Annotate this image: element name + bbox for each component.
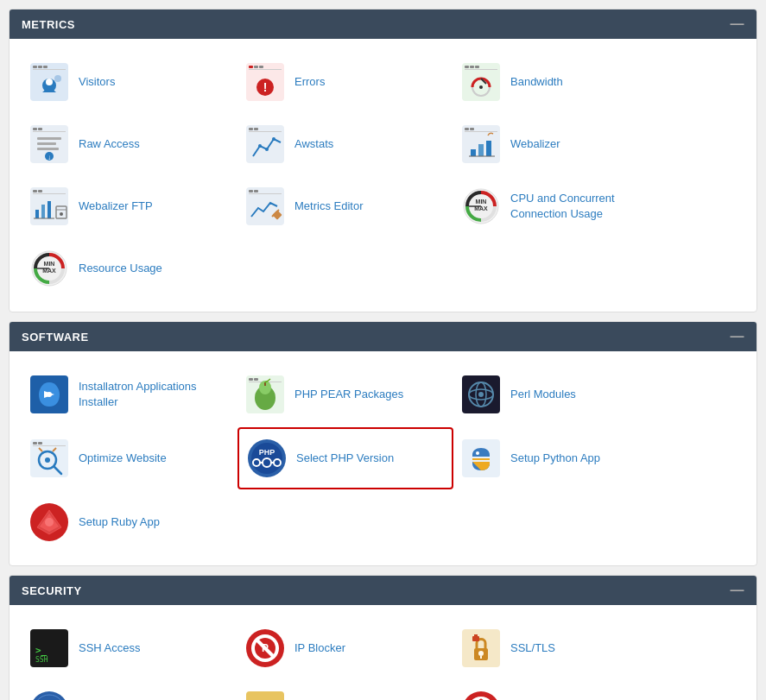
php-pear-label: PHP PEAR Packages	[294, 387, 403, 402]
svg-rect-25	[38, 128, 42, 130]
optimize-icon	[28, 438, 70, 479]
svg-text:P: P	[262, 642, 269, 654]
section-collapse-software[interactable]: —	[731, 329, 745, 344]
section-collapse-security[interactable]: —	[731, 583, 745, 598]
svg-point-37	[265, 148, 269, 151]
svg-point-38	[272, 137, 275, 141]
item-webalizer-ftp[interactable]: Webalizer FTP	[22, 177, 237, 236]
svg-rect-33	[249, 128, 253, 130]
item-errors[interactable]: ! Errors	[237, 53, 453, 111]
ssl-tls-icon	[460, 627, 502, 669]
svg-text:!: !	[263, 80, 268, 94]
metrics-editor-icon	[244, 186, 286, 227]
item-ip-blocker[interactable]: P IP Blocker	[237, 619, 453, 678]
svg-rect-42	[465, 131, 497, 132]
svg-rect-41	[470, 128, 474, 130]
svg-rect-126	[474, 634, 478, 637]
section-header-metrics: METRICS—	[9, 9, 757, 39]
item-webalizer[interactable]: Webalizer	[453, 115, 669, 173]
item-cpu[interactable]: MIN MAX CPU and Concurrent Connection Us…	[453, 177, 669, 236]
webalizer-icon	[460, 123, 502, 165]
svg-rect-130	[246, 691, 284, 700]
errors-icon: !	[244, 61, 286, 103]
svg-text:MIN: MIN	[44, 261, 55, 267]
svg-text:MIN: MIN	[476, 199, 487, 205]
section-title-security: SECURITY	[22, 584, 82, 597]
item-visitors[interactable]: Visitors	[22, 53, 237, 111]
perl-label: Perl Modules	[510, 387, 576, 402]
php-version-label: Select PHP Version	[296, 451, 394, 466]
awstats-label: Awstats	[294, 136, 333, 152]
item-bandwidth[interactable]: Bandwidth	[453, 53, 669, 111]
raw-access-icon: ↓	[28, 123, 70, 165]
item-php-pear[interactable]: PHP PEAR Packages	[237, 365, 453, 424]
hotlink-icon	[244, 690, 286, 700]
leech-icon	[460, 690, 502, 700]
section-header-software: SOFTWARE—	[9, 322, 757, 351]
item-ruby[interactable]: Setup Ruby App	[22, 493, 237, 552]
svg-rect-44	[478, 144, 484, 156]
ip-blocker-label: IP Blocker	[294, 640, 345, 656]
item-metrics-editor[interactable]: Metrics Editor	[237, 177, 453, 236]
svg-text:SSH: SSH	[35, 656, 48, 664]
svg-point-112	[45, 518, 54, 527]
section-title-metrics: METRICS	[22, 18, 75, 31]
item-api-tokens[interactable]: API Manage API Tokens	[22, 681, 237, 700]
svg-point-57	[60, 212, 63, 216]
svg-rect-48	[33, 190, 37, 192]
item-hotlink[interactable]: Hotlink Protection	[237, 681, 453, 700]
svg-rect-43	[471, 149, 476, 156]
awstats-icon	[244, 123, 286, 165]
svg-point-6	[46, 79, 53, 85]
webalizer-ftp-label: Webalizer FTP	[79, 199, 153, 214]
item-resource-usage[interactable]: MIN MAX Resource Usage	[22, 239, 237, 298]
item-perl[interactable]: Perl Modules	[453, 365, 669, 424]
svg-rect-26	[33, 131, 66, 132]
section-collapse-metrics[interactable]: —	[731, 16, 745, 32]
item-ssh[interactable]: >_ SSH SSH Access	[22, 619, 237, 678]
svg-rect-53	[47, 201, 51, 218]
svg-rect-51	[35, 210, 39, 218]
metrics-editor-label: Metrics Editor	[294, 199, 363, 214]
section-software: SOFTWARE— Installatron Applications Inst…	[9, 321, 757, 566]
item-python[interactable]: Setup Python App	[453, 427, 669, 489]
svg-rect-90	[38, 442, 42, 445]
errors-label: Errors	[294, 74, 325, 90]
svg-point-106	[476, 451, 479, 455]
cpu-label: CPU and Concurrent Connection Usage	[510, 191, 662, 222]
bandwidth-icon	[460, 61, 502, 103]
item-leech[interactable]: Leech Protection	[453, 681, 669, 700]
item-installatron[interactable]: Installatron Applications Installer	[22, 365, 237, 424]
webalizer-ftp-icon	[28, 186, 70, 227]
item-raw-access[interactable]: ↓ Raw Access	[22, 115, 237, 173]
svg-rect-1	[33, 66, 37, 68]
ssh-label: SSH Access	[79, 640, 141, 656]
visitors-icon	[28, 61, 70, 103]
python-label: Setup Python App	[510, 451, 600, 466]
svg-rect-58	[246, 187, 284, 225]
ssl-tls-label: SSL/TLS	[510, 640, 555, 656]
svg-rect-35	[249, 131, 282, 132]
page-wrapper: METRICS— Visitors ! Errors	[0, 0, 766, 700]
section-header-security: SECURITY—	[9, 576, 757, 605]
item-optimize[interactable]: Optimize Website	[22, 427, 237, 489]
svg-rect-19	[465, 69, 497, 70]
svg-rect-61	[249, 193, 282, 194]
ruby-label: Setup Ruby App	[79, 514, 160, 530]
section-body-software: Installatron Applications Installer PHP …	[9, 351, 757, 565]
installatron-icon	[28, 374, 70, 415]
svg-point-94	[45, 457, 50, 463]
svg-rect-40	[465, 128, 469, 130]
svg-point-36	[258, 144, 262, 148]
section-security: SECURITY— >_ SSH SSH Access P IP Blocker…	[9, 575, 757, 700]
optimize-label: Optimize Website	[79, 451, 167, 466]
svg-rect-4	[33, 69, 66, 70]
svg-rect-12	[249, 69, 282, 70]
item-php-version[interactable]: PHP Select PHP Version	[237, 427, 453, 489]
item-awstats[interactable]: Awstats	[237, 115, 453, 173]
webalizer-label: Webalizer	[510, 136, 560, 152]
resource-usage-icon: MIN MAX	[28, 248, 70, 289]
item-ssl-tls[interactable]: SSL/TLS	[453, 619, 669, 678]
svg-rect-27	[37, 137, 61, 140]
ssh-icon: >_ SSH	[28, 627, 70, 669]
